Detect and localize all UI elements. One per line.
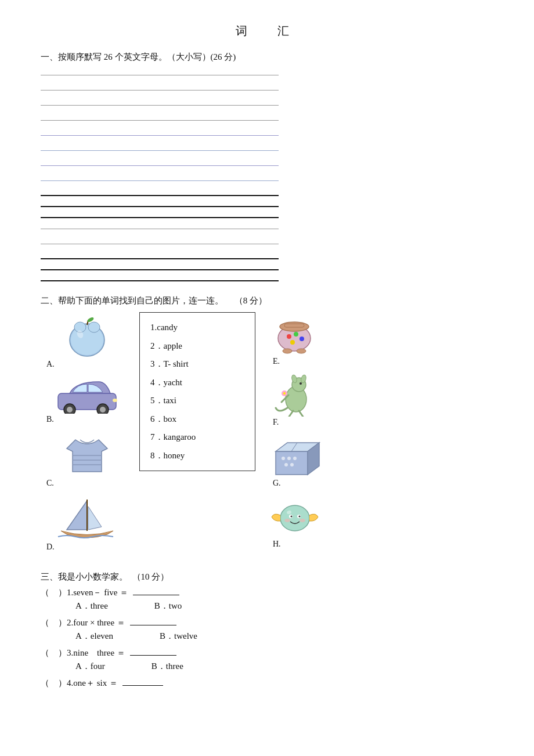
svg-rect-38 <box>276 451 308 475</box>
img-item-d: D. <box>41 495 134 552</box>
math-q2: （ ）2.four × three ＝ <box>41 617 493 628</box>
candy-jar-icon <box>267 312 322 356</box>
word-3: 3．T- shirt <box>150 355 244 374</box>
img-item-f: F. <box>267 373 366 427</box>
word-1: 1.candy <box>150 319 244 337</box>
label-d: D. <box>41 542 55 552</box>
word-4: 4．yacht <box>150 374 244 392</box>
svg-point-25 <box>290 340 295 345</box>
img-item-a: A. <box>41 312 134 369</box>
svg-point-41 <box>282 457 285 460</box>
word-6: 6．box <box>150 410 244 429</box>
svg-rect-21 <box>284 324 304 327</box>
kangaroo-icon <box>267 373 319 417</box>
writing-lines-area <box>41 67 279 281</box>
svg-line-35 <box>299 411 303 417</box>
math-q4: （ ）4.one＋ six ＝ <box>41 678 493 689</box>
math-choices-2: A．eleven B．twelve <box>75 631 493 642</box>
svg-point-23 <box>294 332 298 337</box>
svg-point-11 <box>100 407 106 413</box>
label-h: H. <box>267 540 281 549</box>
left-images-col: A. <box>41 312 134 554</box>
svg-point-52 <box>284 519 290 522</box>
svg-marker-17 <box>88 507 102 530</box>
svg-marker-16 <box>67 501 87 530</box>
page-title: 词 汇 <box>41 23 493 39</box>
svg-point-24 <box>300 337 304 341</box>
word-list-box: 1.candy 2．apple 3．T- shirt 4．yacht 5．tax… <box>139 312 255 471</box>
svg-point-22 <box>287 334 291 339</box>
svg-point-27 <box>297 349 306 353</box>
choice-1a: A．three <box>75 601 108 612</box>
svg-point-26 <box>283 349 292 353</box>
math-choices-3: A．four B．three <box>75 661 493 672</box>
svg-point-50 <box>291 516 293 518</box>
svg-point-9 <box>67 407 73 413</box>
choice-3a: A．four <box>75 661 105 672</box>
math-item-3: （ ）3.nine three ＝ A．four B．three <box>41 648 493 672</box>
label-e: E. <box>267 357 280 366</box>
apple-icon <box>58 312 116 359</box>
img-item-e: E. <box>267 312 366 366</box>
svg-point-47 <box>280 505 309 531</box>
section2-area: 二、帮助下面的单词找到自己的图片，连一连。 （8 分） <box>41 295 493 554</box>
svg-point-44 <box>284 463 288 466</box>
math-item-2: （ ）2.four × three ＝ A．eleven B．twelve <box>41 617 493 642</box>
svg-point-32 <box>300 382 302 385</box>
math-q1: （ ）1.seven－ five ＝ <box>41 587 493 598</box>
word-8: 8．honey <box>150 447 244 465</box>
math-choices-1: A．three B．two <box>75 601 493 612</box>
tshirt-icon <box>58 431 116 478</box>
car-icon <box>55 376 119 414</box>
svg-point-3 <box>88 322 100 332</box>
svg-point-42 <box>287 457 291 460</box>
match-area: A. <box>41 312 493 554</box>
box-icon <box>267 434 325 478</box>
svg-point-31 <box>300 374 306 384</box>
choice-3b: B．three <box>151 661 183 672</box>
label-f: F. <box>267 418 279 427</box>
word-5: 5．taxi <box>150 392 244 410</box>
math-item-4: （ ）4.one＋ six ＝ <box>41 678 493 689</box>
section2-title: 二、帮助下面的单词找到自己的图片，连一连。 （8 分） <box>41 295 493 306</box>
svg-point-12 <box>113 399 117 402</box>
choice-2b: B．twelve <box>160 631 197 642</box>
svg-point-43 <box>293 457 297 460</box>
word-2: 2．apple <box>150 337 244 356</box>
svg-point-45 <box>290 463 294 466</box>
img-item-b: B. <box>41 376 134 424</box>
choice-2a: A．eleven <box>75 631 113 642</box>
svg-line-34 <box>289 411 293 417</box>
img-item-h: H. <box>267 495 366 549</box>
choice-1b: B．two <box>154 601 182 612</box>
right-images-col: E. <box>261 312 366 551</box>
math-item-1: （ ）1.seven－ five ＝ A．three B．two <box>41 587 493 612</box>
yacht-icon <box>55 495 119 541</box>
label-c: C. <box>41 479 54 488</box>
honey-candy-icon <box>267 495 325 538</box>
img-item-g: G. <box>267 434 366 488</box>
label-b: B. <box>41 415 54 424</box>
math-q3: （ ）3.nine three ＝ <box>41 648 493 659</box>
svg-point-30 <box>291 374 297 384</box>
label-a: A. <box>41 360 55 369</box>
section3-title: 三、我是小小数学家。 （10 分） <box>41 571 493 583</box>
word-7: 7．kangaroo <box>150 428 244 447</box>
svg-point-37 <box>283 392 286 395</box>
svg-point-51 <box>299 516 301 518</box>
svg-point-53 <box>300 519 305 522</box>
label-g: G. <box>267 479 281 488</box>
img-item-c: C. <box>41 431 134 488</box>
section1-title: 一、按顺序默写 26 个英文字母。（大小写）(26 分) <box>41 52 493 63</box>
section3-area: 三、我是小小数学家。 （10 分） （ ）1.seven－ five ＝ A．t… <box>41 571 493 689</box>
